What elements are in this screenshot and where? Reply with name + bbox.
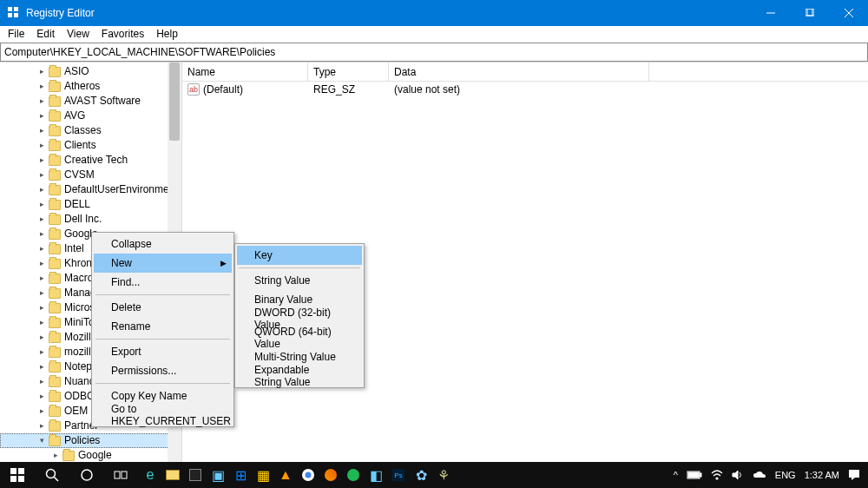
menu-item[interactable]: Key (237, 246, 362, 265)
list-row[interactable]: ab (Default) REG_SZ (value not set) (182, 82, 868, 97)
col-header-data[interactable]: Data (389, 63, 649, 81)
context-submenu-new[interactable]: KeyString ValueBinary ValueDWORD (32-bit… (234, 243, 365, 388)
menu-view[interactable]: View (61, 27, 95, 41)
tree-node[interactable]: ▸Clients (0, 138, 181, 153)
search-button[interactable] (35, 462, 69, 488)
taskbar-app-icon[interactable]: ✿ (410, 462, 432, 488)
chevron-right-icon[interactable]: ▸ (36, 111, 47, 122)
tree-node[interactable]: ▸Dell Inc. (0, 212, 181, 227)
menu-favorites[interactable]: Favorites (95, 27, 150, 41)
menu-item[interactable]: New▶ (94, 254, 232, 273)
chevron-right-icon[interactable]: ▸ (36, 347, 47, 358)
chevron-right-icon[interactable]: ▸ (36, 377, 47, 387)
chevron-right-icon[interactable]: ▸ (36, 67, 47, 77)
menu-item[interactable]: Go to HKEY_CURRENT_USER (94, 406, 232, 425)
tree-node[interactable]: ▸Creative Tech (0, 153, 181, 168)
chevron-right-icon[interactable]: ▸ (36, 155, 47, 166)
chevron-right-icon[interactable]: ▸ (36, 392, 47, 402)
menu-item[interactable]: Collapse (94, 234, 232, 254)
task-view-button[interactable] (104, 462, 139, 488)
start-button[interactable] (0, 462, 35, 488)
tray-onedrive-icon[interactable] (748, 471, 771, 479)
taskbar-firefox-icon[interactable] (319, 462, 342, 488)
svg-line-14 (54, 477, 58, 481)
chevron-right-icon[interactable]: ▸ (36, 229, 47, 240)
chevron-right-icon[interactable]: ▸ (36, 318, 47, 328)
menu-item[interactable]: QWORD (64-bit) Value (237, 328, 362, 347)
chevron-right-icon[interactable]: ▸ (36, 185, 47, 195)
address-input[interactable] (1, 43, 867, 61)
chevron-right-icon[interactable]: ▸ (36, 362, 47, 373)
tray-volume-icon[interactable] (727, 470, 748, 480)
taskbar-edge-icon[interactable]: e (139, 462, 161, 488)
tree-node[interactable]: ▸ASIO (0, 64, 181, 79)
col-header-type[interactable]: Type (308, 63, 389, 81)
taskbar[interactable]: e ▣ ⊞ ▦ ▲ ◧ Ps ✿ ⚘ ^ ENG 1:32 AM (0, 462, 868, 488)
menu-item[interactable]: String Value (237, 271, 362, 290)
chevron-right-icon[interactable]: ▸ (36, 214, 47, 225)
tree-node[interactable]: ▸CVSM (0, 168, 181, 182)
minimize-button[interactable] (751, 0, 790, 26)
tree-node[interactable]: ▸Google (0, 448, 181, 462)
tree-node[interactable]: ▾Policies (0, 433, 181, 448)
menu-item[interactable]: Delete (94, 298, 232, 317)
tray-language[interactable]: ENG (771, 470, 800, 480)
taskbar-app-icon[interactable]: ▲ (274, 462, 297, 488)
cortana-button[interactable] (69, 462, 104, 488)
tree-node[interactable]: ▸Atheros (0, 79, 181, 94)
chevron-right-icon[interactable]: ▸ (36, 82, 47, 92)
chevron-right-icon[interactable]: ▸ (36, 96, 47, 107)
tree-node[interactable]: ▸DELL (0, 197, 181, 212)
chevron-right-icon[interactable]: ▸ (36, 303, 47, 313)
taskbar-spotify-icon[interactable] (342, 462, 365, 488)
folder-icon (49, 96, 61, 107)
taskbar-explorer-icon[interactable] (161, 462, 184, 488)
menu-item[interactable]: Expandable String Value (237, 366, 362, 386)
maximize-button[interactable] (790, 0, 829, 26)
tray-notifications-icon[interactable] (844, 469, 865, 481)
chevron-right-icon[interactable]: ▸ (36, 274, 47, 284)
taskbar-app-icon[interactable]: ⚘ (432, 462, 455, 488)
menu-file[interactable]: File (2, 27, 30, 41)
menu-item[interactable]: Export (94, 342, 232, 361)
chevron-right-icon[interactable]: ▸ (36, 406, 47, 417)
taskbar-store-icon[interactable] (184, 462, 207, 488)
tree-node[interactable]: ▸AVG (0, 109, 181, 123)
app-icon (7, 6, 21, 20)
tray-battery-icon[interactable] (682, 471, 707, 479)
menu-item[interactable]: Rename (94, 317, 232, 336)
svg-rect-22 (688, 472, 699, 478)
chevron-right-icon[interactable]: ▸ (36, 288, 47, 299)
taskbar-app-icon[interactable]: ▣ (207, 462, 229, 488)
tree-node[interactable]: ▸DefaultUserEnvironment (0, 182, 181, 197)
chevron-right-icon[interactable]: ▸ (36, 421, 47, 432)
tray-clock[interactable]: 1:32 AM (800, 470, 844, 480)
taskbar-chrome-icon[interactable] (297, 462, 319, 488)
taskbar-app-icon[interactable]: ◧ (365, 462, 387, 488)
chevron-right-icon[interactable]: ▸ (36, 333, 47, 343)
chevron-right-icon[interactable]: ▸ (36, 170, 47, 181)
chevron-right-icon[interactable]: ▸ (36, 200, 47, 210)
chevron-right-icon[interactable]: ▸ (36, 141, 47, 151)
taskbar-app-icon[interactable]: ▦ (252, 462, 274, 488)
tree-node[interactable]: ▸Classes (0, 123, 181, 138)
tree-node[interactable]: ▸AVAST Software (0, 94, 181, 109)
tray-wifi-icon[interactable] (707, 470, 727, 480)
scrollbar-thumb[interactable] (169, 63, 180, 141)
chevron-right-icon[interactable]: ▸ (36, 259, 47, 269)
col-header-name[interactable]: Name (182, 63, 308, 81)
menu-item[interactable]: Permissions... (94, 361, 232, 380)
svg-point-23 (716, 478, 718, 479)
close-button[interactable] (829, 0, 868, 26)
chevron-right-icon[interactable]: ▸ (36, 244, 47, 254)
menu-help[interactable]: Help (150, 27, 184, 41)
menu-item[interactable]: Find... (94, 273, 232, 292)
chevron-right-icon[interactable]: ▸ (36, 126, 47, 136)
tray-expand-icon[interactable]: ^ (669, 470, 682, 480)
taskbar-app-icon[interactable]: ⊞ (229, 462, 252, 488)
chevron-down-icon[interactable]: ▾ (36, 436, 47, 446)
menu-edit[interactable]: Edit (30, 27, 61, 41)
chevron-right-icon[interactable]: ▸ (50, 451, 61, 461)
context-menu[interactable]: CollapseNew▶Find...DeleteRenameExportPer… (91, 232, 234, 427)
taskbar-photoshop-icon[interactable]: Ps (387, 462, 410, 488)
